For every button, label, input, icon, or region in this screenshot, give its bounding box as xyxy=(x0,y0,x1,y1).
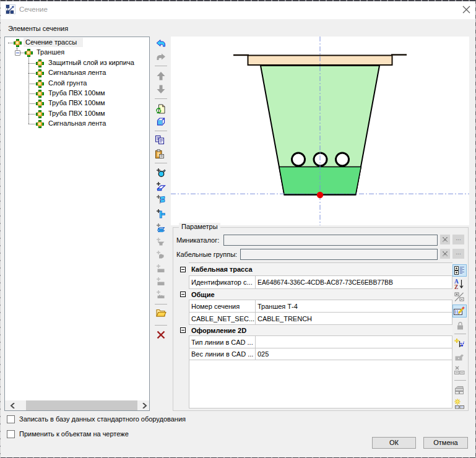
svg-text:Z: Z xyxy=(454,284,458,290)
